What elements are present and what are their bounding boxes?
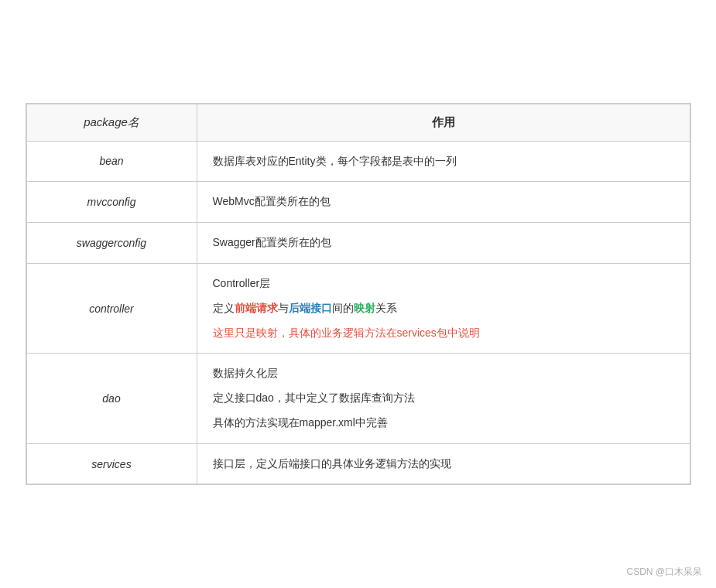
desc-cell: Swagger配置类所在的包 — [197, 223, 690, 264]
desc-cell: 数据持久化层定义接口dao，其中定义了数据库查询方法具体的方法实现在mapper… — [197, 354, 690, 443]
table-row: controllerController层定义前端请求与后端接口间的映射关系这里… — [26, 263, 690, 353]
header-desc: 作用 — [197, 104, 690, 141]
desc-cell: 接口层，定义后端接口的具体业务逻辑方法的实现 — [197, 443, 690, 484]
desc-line: 这里只是映射，具体的业务逻辑方法在services包中说明 — [213, 324, 674, 343]
table-header-row: package名 作用 — [26, 104, 690, 141]
desc-line: WebMvc配置类所在的包 — [213, 193, 674, 211]
package-cell: swaggerconfig — [26, 223, 197, 264]
package-table: package名 作用 bean数据库表对应的Entity类，每个字段都是表中的… — [26, 104, 690, 485]
desc-line: 定义前端请求与后端接口间的映射关系 — [213, 299, 674, 318]
package-cell: bean — [26, 141, 197, 182]
table-row: bean数据库表对应的Entity类，每个字段都是表中的一列 — [26, 141, 690, 182]
desc-line: 数据持久化层 — [213, 364, 674, 383]
desc-line: 具体的方法实现在mapper.xml中完善 — [213, 414, 674, 432]
desc-cell: WebMvc配置类所在的包 — [197, 182, 690, 223]
main-table-wrapper: package名 作用 bean数据库表对应的Entity类，每个字段都是表中的… — [26, 103, 691, 486]
desc-line: 定义接口dao，其中定义了数据库查询方法 — [213, 389, 674, 408]
table-row: services接口层，定义后端接口的具体业务逻辑方法的实现 — [26, 443, 690, 484]
package-cell: services — [26, 443, 197, 484]
table-row: dao数据持久化层定义接口dao，其中定义了数据库查询方法具体的方法实现在map… — [26, 354, 690, 443]
desc-line: Swagger配置类所在的包 — [213, 234, 674, 252]
watermark: CSDN @口木呆呆 — [626, 566, 702, 579]
desc-line: 接口层，定义后端接口的具体业务逻辑方法的实现 — [213, 455, 674, 473]
table-row: swaggerconfigSwagger配置类所在的包 — [26, 223, 690, 264]
package-cell: controller — [26, 263, 197, 353]
package-cell: mvcconfig — [26, 182, 197, 223]
desc-cell: 数据库表对应的Entity类，每个字段都是表中的一列 — [197, 141, 690, 182]
table-row: mvcconfigWebMvc配置类所在的包 — [26, 182, 690, 223]
desc-cell: Controller层定义前端请求与后端接口间的映射关系这里只是映射，具体的业务… — [197, 263, 690, 353]
desc-line: 数据库表对应的Entity类，每个字段都是表中的一列 — [213, 152, 674, 171]
header-package: package名 — [26, 104, 197, 141]
package-cell: dao — [26, 354, 197, 443]
desc-line: Controller层 — [213, 275, 674, 293]
